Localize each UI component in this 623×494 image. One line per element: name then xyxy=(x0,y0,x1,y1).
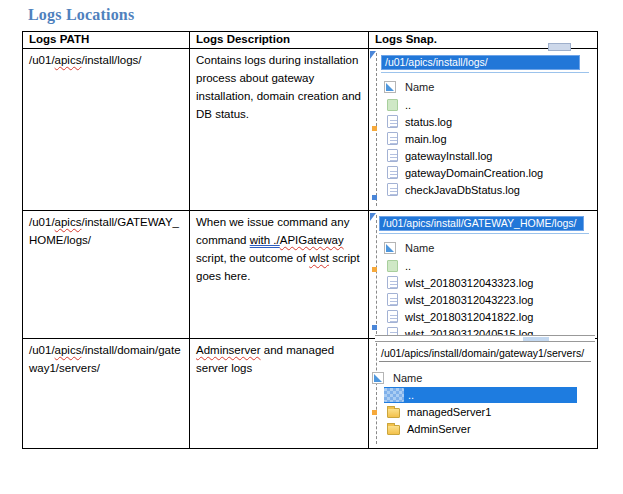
name-column-header[interactable]: Name xyxy=(384,240,597,255)
log-file-icon xyxy=(387,183,398,196)
list-item[interactable]: gatewayInstall.log xyxy=(387,147,597,164)
address-bar[interactable]: /u01/apics/install/GATEWAY_HOME/logs/ xyxy=(379,216,584,231)
cursor-icon xyxy=(370,51,376,59)
list-item[interactable]: .. xyxy=(387,96,597,113)
name-column-header[interactable]: Name xyxy=(372,370,597,385)
log-file-icon xyxy=(387,149,398,162)
file-name: main.log xyxy=(405,133,447,145)
file-name: wlst_20180312043223.log xyxy=(405,294,533,306)
file-name: .. xyxy=(408,389,414,401)
description-text-misspelled: APIGateway xyxy=(280,234,344,246)
screenshot-edge-artifact xyxy=(372,53,377,206)
address-text: /u01/apics/install/domain/gateway1/serve… xyxy=(381,347,584,359)
column-header-logs-description: Logs Description xyxy=(190,32,369,49)
file-name: gatewayDomainCreation.log xyxy=(405,167,543,179)
list-item[interactable]: wlst_20180312043223.log xyxy=(387,291,597,308)
list-item-selected[interactable]: .. xyxy=(384,387,577,403)
address-text: /u01/apics/install/GATEWAY_HOME/logs/ xyxy=(383,217,577,229)
log-file-icon xyxy=(387,276,398,289)
path-text: /u01/ xyxy=(29,216,55,228)
folder-icon xyxy=(387,425,400,435)
column-header-logs-path: Logs PATH xyxy=(23,32,190,49)
file-name: checkJavaDbStatus.log xyxy=(405,184,520,196)
file-browser-snapshot: /u01/apics/install/GATEWAY_HOME/logs/ Na… xyxy=(369,211,597,338)
file-browser-snapshot: /u01/apics/install/domain/gateway1/serve… xyxy=(369,339,597,448)
table-row: /u01/apics/install/domain/gateway1/serve… xyxy=(23,339,598,449)
file-browser-snapshot: /u01/apics/install/logs/ Name .. status.… xyxy=(369,49,597,210)
cursor-icon xyxy=(370,213,376,221)
log-file-icon xyxy=(387,132,398,145)
log-file-icon xyxy=(387,115,398,128)
path-text-misspelled: apics xyxy=(55,216,82,228)
parent-folder-icon xyxy=(387,99,398,111)
description-text-misspelled: Adminserver xyxy=(196,344,261,356)
list-item[interactable]: managedServer1 xyxy=(387,403,597,420)
list-item[interactable]: checkJavaDbStatus.log xyxy=(387,181,597,198)
sort-column-icon xyxy=(372,372,384,384)
list-item[interactable]: main.log xyxy=(387,130,597,147)
snap-cell: /u01/apics/install/domain/gateway1/serve… xyxy=(369,339,598,449)
edge-mark xyxy=(372,195,377,200)
screenshot-edge-artifact xyxy=(372,343,377,444)
path-text: /u01/ xyxy=(29,344,55,356)
file-name: wlst_20180312041822.log xyxy=(405,311,533,323)
page-title: Logs Locations xyxy=(28,6,134,24)
path-cell: /u01/apics/install/domain/gateway1/serve… xyxy=(23,339,190,449)
name-header-label: Name xyxy=(405,81,434,93)
address-text: /u01/apics/install/logs/ xyxy=(385,56,488,68)
file-name: .. xyxy=(405,99,411,111)
description-cell: Adminserver and managed server logs xyxy=(190,339,369,449)
parent-folder-icon xyxy=(387,260,398,272)
table-row: /u01/apics/install/logs/ Contains logs d… xyxy=(23,49,598,211)
path-cell: /u01/apics/install/GATEWAY_HOME/logs/ xyxy=(23,211,190,339)
table-row: /u01/apics/install/GATEWAY_HOME/logs/ Wh… xyxy=(23,211,598,339)
description-cell: When we issue command any command with .… xyxy=(190,211,369,339)
description-cell: Contains logs during installation proces… xyxy=(190,49,369,211)
description-text-grammar: with ./ xyxy=(250,234,280,246)
path-text-misspelled: apics xyxy=(55,344,82,356)
name-column-header[interactable]: Name xyxy=(384,79,597,94)
address-bar-underline xyxy=(379,233,589,234)
address-bar[interactable]: /u01/apics/install/domain/gateway1/serve… xyxy=(379,347,591,362)
snap-cell: /u01/apics/install/logs/ Name .. status.… xyxy=(369,49,598,211)
path-text: /install/logs/ xyxy=(81,54,141,66)
logs-locations-table: Logs PATH Logs Description Logs Snap. /u… xyxy=(22,31,598,449)
file-name: .. xyxy=(405,260,411,272)
name-header-label: Name xyxy=(393,372,422,384)
screenshot-edge-artifact xyxy=(372,215,377,334)
edge-mark xyxy=(372,267,377,272)
file-name: wlst_20180312043323.log xyxy=(405,277,533,289)
list-item[interactable]: wlst_20180312041822.log xyxy=(387,308,597,325)
file-name: AdminServer xyxy=(407,423,471,435)
window-edge-artifact xyxy=(375,335,595,342)
parent-folder-icon xyxy=(384,388,404,402)
edge-mark xyxy=(372,126,377,131)
document-page: Logs Locations Logs PATH Logs Descriptio… xyxy=(0,0,623,494)
scrollbar-fragment-artifact xyxy=(548,43,571,51)
list-item[interactable]: AdminServer xyxy=(387,420,597,437)
list-item[interactable]: gatewayDomainCreation.log xyxy=(387,164,597,181)
table-header-row: Logs PATH Logs Description Logs Snap. xyxy=(23,32,598,49)
edge-mark xyxy=(372,325,377,330)
sort-column-icon xyxy=(384,242,396,254)
list-item[interactable]: status.log xyxy=(387,113,597,130)
list-item[interactable]: .. xyxy=(387,257,597,274)
name-header-label: Name xyxy=(405,242,434,254)
list-item[interactable]: wlst_20180312043323.log xyxy=(387,274,597,291)
log-file-icon xyxy=(387,166,398,179)
path-text: /u01/ xyxy=(29,54,55,66)
address-bar-underline xyxy=(381,72,589,73)
description-text: script, the outcome of xyxy=(196,252,309,264)
log-file-icon xyxy=(387,310,398,323)
sort-column-icon xyxy=(384,81,396,93)
file-name: status.log xyxy=(405,116,452,128)
snap-cell: /u01/apics/install/GATEWAY_HOME/logs/ Na… xyxy=(369,211,598,339)
description-text-misspelled: wlst xyxy=(309,252,329,264)
description-text: Contains logs during installation proces… xyxy=(196,54,361,120)
log-file-icon xyxy=(387,293,398,306)
edge-mark xyxy=(372,410,377,415)
file-name: gatewayInstall.log xyxy=(405,150,492,162)
path-cell: /u01/apics/install/logs/ xyxy=(23,49,190,211)
folder-icon xyxy=(387,408,400,418)
address-bar[interactable]: /u01/apics/install/logs/ xyxy=(381,55,580,70)
